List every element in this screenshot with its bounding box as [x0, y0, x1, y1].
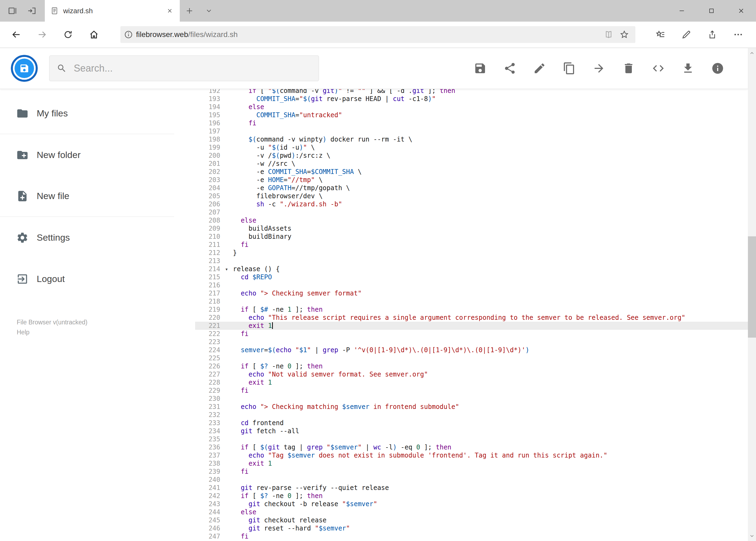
code-line[interactable]: 212}: [195, 249, 748, 257]
move-button[interactable]: [593, 62, 606, 75]
new-tab-button[interactable]: [180, 0, 199, 22]
code-line[interactable]: 237 echo "Tag $semver does not exist in …: [195, 451, 748, 459]
search-input[interactable]: [74, 63, 312, 74]
search-bar[interactable]: [49, 55, 319, 81]
code-line[interactable]: 205 filebrowser/dev \: [195, 192, 748, 200]
info-button[interactable]: [711, 62, 724, 75]
code-line[interactable]: 225: [195, 354, 748, 362]
sidebar-item-new-file[interactable]: New file: [0, 176, 174, 217]
code-line[interactable]: 246 git reset --hard "$semver": [195, 524, 748, 532]
code-line[interactable]: 238 exit 1: [195, 459, 748, 467]
save-button[interactable]: [474, 62, 487, 75]
code-line[interactable]: 214▾release () {: [195, 265, 748, 273]
code-line[interactable]: 236 if [ $(git tag | grep "$semver" | wc…: [195, 443, 748, 451]
tab-close-button[interactable]: [165, 6, 174, 15]
code-line[interactable]: 229 fi: [195, 386, 748, 395]
share-button[interactable]: [503, 62, 516, 75]
tabs-set-aside-button[interactable]: [3, 0, 22, 22]
code-line[interactable]: 193 COMMIT_SHA="$(git rev-parse HEAD | c…: [195, 95, 748, 103]
code-editor[interactable]: 192 if [ "$(command -v git)" != "" ] && …: [174, 89, 748, 541]
code-line[interactable]: 197: [195, 127, 748, 135]
code-line[interactable]: 192 if [ "$(command -v git)" != "" ] && …: [195, 89, 748, 95]
code-line[interactable]: 223: [195, 338, 748, 346]
hub-favorites-button[interactable]: [647, 22, 673, 48]
code-line[interactable]: 200 -v /$(pwd):/src:z \: [195, 152, 748, 160]
code-line[interactable]: 209 buildAssets: [195, 225, 748, 233]
code-line[interactable]: 234 git fetch --all: [195, 427, 748, 435]
code-line[interactable]: 206 sh -c "./wizard.sh -b": [195, 200, 748, 208]
code-line[interactable]: 210 buildBinary: [195, 233, 748, 241]
code-line[interactable]: 207: [195, 208, 748, 216]
code-line[interactable]: 228 exit 1: [195, 378, 748, 386]
rename-button[interactable]: [533, 62, 546, 75]
web-notes-button[interactable]: [673, 22, 699, 48]
code-line[interactable]: 226 if [ $? -ne 0 ]; then: [195, 362, 748, 370]
forward-button[interactable]: [29, 22, 55, 48]
scroll-up-button[interactable]: [748, 48, 756, 58]
page-scrollbar[interactable]: [748, 48, 756, 541]
code-line[interactable]: 224 semver=$(echo "$1" | grep -P '^v(0|[…: [195, 346, 748, 354]
code-line[interactable]: 216: [195, 281, 748, 289]
code-line[interactable]: 243 git checkout -b release "$semver": [195, 500, 748, 508]
code-line[interactable]: 244 else: [195, 508, 748, 516]
code-line[interactable]: 235: [195, 435, 748, 443]
scrollbar-thumb[interactable]: [748, 236, 756, 337]
copy-button[interactable]: [563, 62, 576, 75]
code-line[interactable]: 204 -e GOPATH=//tmp/gopath \: [195, 184, 748, 192]
code-line[interactable]: 208 else: [195, 216, 748, 225]
sidebar-item-new-folder[interactable]: New folder: [0, 134, 174, 176]
code-line[interactable]: 219 if [ $# -ne 1 ]; then: [195, 305, 748, 313]
code-view-button[interactable]: [652, 62, 665, 75]
tabs-preview-button[interactable]: [22, 0, 42, 22]
window-minimize-button[interactable]: [667, 0, 697, 22]
delete-button[interactable]: [622, 62, 635, 75]
code-line[interactable]: 202 -e COMMIT_SHA=$COMMIT_SHA \: [195, 168, 748, 176]
code-line[interactable]: 233 cd frontend: [195, 419, 748, 427]
code-line[interactable]: 218: [195, 297, 748, 305]
code-line[interactable]: 231 echo "> Checking matching $semver in…: [195, 403, 748, 411]
home-button[interactable]: [81, 22, 107, 48]
code-line[interactable]: 220 echo "This release script requires a…: [195, 313, 748, 322]
scroll-down-button[interactable]: [748, 531, 756, 541]
address-bar[interactable]: filebrowser.web/files/wizard.sh: [121, 26, 635, 43]
sidebar-item-settings[interactable]: Settings: [0, 217, 174, 258]
code-line[interactable]: 217 echo "> Checking semver format": [195, 289, 748, 297]
code-line[interactable]: 203 -e HOME="//tmp" \: [195, 176, 748, 184]
settings-menu-button[interactable]: [725, 22, 751, 48]
code-line[interactable]: 230: [195, 395, 748, 403]
reading-view-button[interactable]: [601, 27, 617, 42]
browser-tab[interactable]: wizard.sh: [45, 0, 180, 22]
code-line[interactable]: 245 git checkout release: [195, 516, 748, 524]
code-line[interactable]: 232: [195, 411, 748, 419]
code-line[interactable]: 198 $(command -v winpty) docker run --rm…: [195, 135, 748, 144]
code-line[interactable]: 227 echo "Not valid semver format. See s…: [195, 370, 748, 378]
back-button[interactable]: [3, 22, 29, 48]
code-line[interactable]: 196 fi: [195, 119, 748, 127]
tab-previews-chevron-button[interactable]: [199, 0, 219, 22]
browser-share-button[interactable]: [699, 22, 725, 48]
window-maximize-button[interactable]: [697, 0, 726, 22]
code-line[interactable]: 240: [195, 476, 748, 484]
site-info-icon[interactable]: [124, 30, 133, 39]
help-link[interactable]: Help: [17, 327, 174, 337]
code-line[interactable]: 222 fi: [195, 330, 748, 338]
code-line[interactable]: 194 else: [195, 103, 748, 111]
window-close-button[interactable]: [726, 0, 756, 22]
code-line[interactable]: 215 cd $REPO: [195, 273, 748, 281]
fold-arrow-icon[interactable]: ▾: [220, 265, 233, 273]
code-line[interactable]: 211 fi: [195, 241, 748, 249]
code-line[interactable]: 201 -w //src \: [195, 160, 748, 168]
code-line[interactable]: 241 git rev-parse --verify --quiet relea…: [195, 484, 748, 492]
refresh-button[interactable]: [55, 22, 81, 48]
code-line[interactable]: 247 fi: [195, 532, 748, 540]
download-button[interactable]: [681, 62, 694, 75]
add-favorite-button[interactable]: [617, 27, 632, 42]
code-line[interactable]: 242 if [ $? -ne 0 ]; then: [195, 492, 748, 500]
sidebar-item-my-files[interactable]: My files: [0, 93, 174, 134]
code-line[interactable]: 213: [195, 257, 748, 265]
code-line[interactable]: 195 COMMIT_SHA="untracked": [195, 111, 748, 119]
code-line[interactable]: 239 fi: [195, 467, 748, 476]
code-line[interactable]: 221 exit 1: [195, 322, 748, 330]
code-line[interactable]: 199 -u "$(id -u)" \: [195, 144, 748, 152]
sidebar-item-logout[interactable]: Logout: [0, 258, 174, 299]
